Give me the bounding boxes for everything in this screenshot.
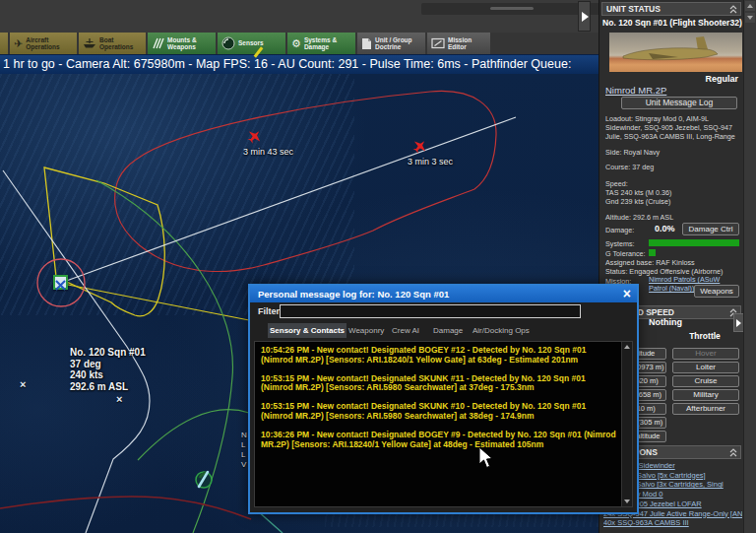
- altitude-text: Altitude: 292.6 m ASL: [605, 213, 673, 222]
- friendly-unit-symbol[interactable]: [53, 275, 68, 290]
- tab-label: Aircraft: [26, 36, 59, 44]
- tab-sensory-contacts[interactable]: Sensory & Contacts: [268, 323, 346, 338]
- tab-label: Editor: [448, 43, 472, 51]
- scroll-down-button[interactable]: [745, 13, 755, 23]
- tab-label: Operations: [99, 43, 133, 51]
- unit-status-header[interactable]: UNIT STATUS: [601, 2, 741, 16]
- tab-systems-damage[interactable]: ⚙ Systems &Damage: [287, 33, 355, 54]
- proficiency-badge: Regular: [705, 74, 738, 84]
- tab-crew-ai[interactable]: Crew AI: [392, 323, 419, 338]
- damage-ctrl-button[interactable]: Damage Ctrl: [682, 223, 739, 235]
- tab-partial[interactable]: [0, 33, 8, 54]
- weapon-link[interactable]: 40x SSQ-963A CAMBS III: [603, 518, 742, 528]
- triangle-up-icon: [624, 345, 630, 349]
- tab-label: Doctrine: [375, 43, 412, 51]
- throttle-button-military[interactable]: Military: [672, 389, 739, 401]
- top-strip: [0, 0, 602, 33]
- assigned-base-text: Assigned base: RAF Kinloss: [605, 258, 695, 267]
- tab-unit-group-doctrine[interactable]: Unit / GroupDoctrine: [357, 33, 425, 54]
- occluded-map-label: NL LV: [241, 431, 247, 470]
- dialog-title: Personal message log for: No. 120 Sqn #0…: [258, 289, 449, 300]
- g-tolerance-label: G Tolerance:: [605, 249, 646, 258]
- patrol-area-outline: [44, 167, 164, 316]
- contact-uncertainty-area: [115, 91, 496, 271]
- tab-sensors[interactable]: Sensors: [218, 33, 285, 54]
- filter-input[interactable]: [280, 304, 581, 318]
- editor-icon: [431, 37, 445, 49]
- tab-boat-operations[interactable]: BoatOperations: [79, 33, 146, 54]
- section-title: UNIT STATUS: [602, 4, 661, 14]
- message-list[interactable]: 10:54:26 PM - New contact! Designated BO…: [254, 341, 633, 507]
- patrol-area-leg: [63, 284, 249, 320]
- message-log-dialog: Personal message log for: No. 120 Sqn #0…: [248, 284, 639, 514]
- eta-label: 3 min 43 sec: [243, 147, 293, 157]
- arrow-right-icon: [736, 319, 741, 327]
- unit-altitude-label: 292.6 m ASL: [70, 381, 146, 393]
- mouse-cursor: [478, 446, 495, 470]
- throttle-button-afterburner[interactable]: Afterburner: [672, 403, 739, 415]
- boat-icon: [83, 37, 96, 49]
- sensor-range-arc-2: [138, 410, 249, 460]
- speed-label: Speed:: [605, 179, 628, 188]
- unit-course-label: 37 deg: [70, 359, 146, 370]
- sonobuoy-icon[interactable]: [193, 469, 215, 491]
- tab-air-docking-ops[interactable]: Air/Docking Ops: [472, 323, 530, 338]
- unit-speed-label: 240 kts: [70, 369, 146, 381]
- throttle-button-hover[interactable]: Hover: [672, 348, 739, 360]
- speed-gnd: Gnd 239 kts (Cruise): [605, 197, 670, 206]
- tab-mounts-weapons[interactable]: Mounts &Weapons: [148, 33, 216, 54]
- log-message: 10:53:15 PM - New contact! Designated SK…: [261, 402, 617, 422]
- tab-label: Mission: [448, 36, 472, 44]
- scroll-up-button[interactable]: [624, 345, 630, 349]
- sidebar-scrollbar[interactable]: [743, 0, 756, 533]
- map-x-marker: ×: [116, 393, 122, 405]
- triangle-down-icon: [747, 16, 753, 20]
- systems-label: Systems:: [605, 239, 635, 248]
- eta-label: 3 min 3 sec: [408, 157, 453, 167]
- expand-panel-button[interactable]: [578, 1, 591, 32]
- triangle-down-icon: [624, 500, 630, 503]
- tab-aircraft-operations[interactable]: ✈ AircraftOperations: [10, 33, 77, 54]
- scroll-up-button[interactable]: [745, 1, 755, 11]
- collapse-icon[interactable]: [729, 448, 737, 460]
- map-x-marker: ×: [20, 378, 26, 390]
- main-toolbar: ✈ AircraftOperations BoatOperations Moun…: [0, 33, 602, 54]
- message-list-scrollbar[interactable]: [621, 342, 632, 506]
- close-icon[interactable]: ×: [623, 286, 631, 301]
- tab-label: Operations: [26, 43, 59, 51]
- panel-drag-handle[interactable]: [421, 3, 600, 15]
- tab-damage[interactable]: Damage: [433, 323, 463, 338]
- aircraft-icon: ✈: [14, 38, 23, 49]
- play-triangle-icon: [582, 12, 589, 22]
- throttle-button-loiter[interactable]: Loiter: [672, 362, 739, 373]
- tab-label: Damage: [304, 43, 337, 51]
- g-tolerance-bar: [649, 249, 656, 256]
- scroll-down-button[interactable]: [624, 500, 630, 503]
- doctrine-page-icon: [361, 37, 372, 50]
- weapons-button[interactable]: Weapons: [694, 285, 739, 298]
- collapse-icon[interactable]: [729, 5, 737, 17]
- tab-label: Weapons: [167, 43, 197, 51]
- status-bar: 1 hr to go - Camera Alt: 675980m - Map F…: [0, 54, 602, 74]
- sensors-icon: [221, 36, 235, 50]
- tab-label: Mounts &: [167, 36, 197, 44]
- log-message: 10:36:26 PM - New contact! Designated BO…: [261, 431, 617, 450]
- nimrod-silhouette: [609, 33, 742, 72]
- mounts-icon: [152, 37, 164, 49]
- tab-weaponry[interactable]: Weaponry: [348, 323, 384, 338]
- unit-message-log-button[interactable]: Unit Message Log: [621, 97, 737, 109]
- tab-label: Boat: [99, 36, 133, 44]
- unit-map-label: No. 120 Sqn #01 37 deg 240 kts 292.6 m A…: [70, 347, 146, 392]
- speed-tas: TAS 240 kts (M 0.36): [605, 188, 671, 197]
- unit-title: No. 120 Sqn #01 (Flight Shooter32): [602, 18, 742, 28]
- throttle-button-cruise[interactable]: Cruise: [672, 375, 739, 387]
- dialog-title-bar[interactable]: Personal message log for: No. 120 Sqn #0…: [250, 286, 637, 302]
- unit-class-link[interactable]: Nimrod MR.2P: [605, 85, 666, 96]
- damage-label: Damage:: [605, 226, 634, 234]
- damage-value: 0.0%: [655, 224, 675, 233]
- side-text: Side: Royal Navy: [605, 148, 660, 157]
- tab-mission-editor[interactable]: MissionEditor: [427, 33, 490, 54]
- tab-label: Systems &: [304, 36, 337, 44]
- course-text: Course: 37 deg: [605, 163, 654, 171]
- loadout-text: Loadout: Stingray Mod 0, AIM-9L Sidewind…: [605, 114, 743, 142]
